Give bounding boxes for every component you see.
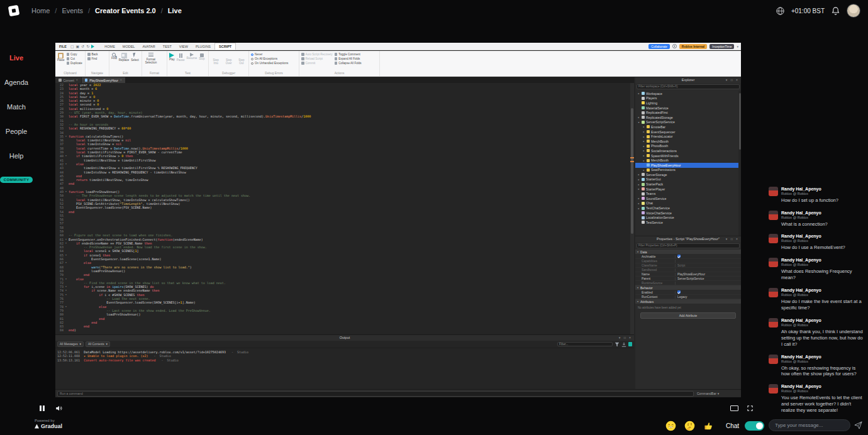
roblox-logo-icon[interactable]	[8, 5, 20, 17]
chat-message-input[interactable]	[769, 419, 850, 431]
explorer-item-lighting[interactable]: Lighting	[635, 101, 741, 106]
explorer-item-replicatedstorage[interactable]: ▸ReplicatedStorage	[635, 115, 741, 120]
ribbon-button-find[interactable]: Find	[111, 53, 117, 60]
document-tab-convert[interactable]: Convert×	[55, 77, 81, 83]
chat-toggle[interactable]	[745, 421, 764, 431]
ribbon-button-paste[interactable]: Paste	[57, 53, 65, 62]
property-classname[interactable]: ClassNameScript	[635, 263, 741, 268]
tree-expand-icon[interactable]: ▸	[637, 202, 640, 205]
explorer-item-workspace[interactable]: ▸Workspace	[635, 91, 741, 96]
ribbon-tab-home[interactable]: HOME	[101, 43, 119, 50]
property-name[interactable]: NamePlayShowEveryHour	[635, 272, 741, 277]
debug-errors-option-on-unhandled-exceptions[interactable]: On Unhandled Exceptions	[251, 62, 288, 65]
property-enabled[interactable]: Enabled	[635, 290, 741, 295]
close-icon[interactable]: ×	[120, 79, 122, 82]
ribbon-tab-plugins[interactable]: PLUGINS	[192, 43, 214, 50]
tree-expand-icon[interactable]: ▸	[642, 154, 645, 157]
tree-expand-icon[interactable]: ▸	[637, 197, 640, 200]
property-sandboxed[interactable]: Sandboxed	[635, 268, 741, 272]
fullscreen-button[interactable]	[747, 405, 754, 412]
explorer-item-serverscriptservice[interactable]: ▾ServerScriptService	[635, 120, 741, 125]
breadcrumb-item-home[interactable]: Home	[31, 7, 50, 14]
checkbox-checked-icon[interactable]	[677, 290, 681, 294]
tree-expand-icon[interactable]: ▸	[642, 168, 645, 172]
tree-expand-icon[interactable]: ▸	[642, 145, 645, 148]
explorer-item-photobooth[interactable]: ▸PhotoBooth	[635, 144, 741, 149]
explorer-item-socialinteractions[interactable]: ▸SocialInteractions	[635, 148, 741, 153]
explorer-item-soundservice[interactable]: ▸SoundService	[635, 196, 741, 201]
explorer-item-materialservice[interactable]: MaterialService	[635, 106, 741, 111]
checkbox-checked-icon[interactable]	[677, 255, 681, 258]
explorer-item-merchbooth[interactable]: ▸MerchBooth	[635, 139, 741, 144]
explorer-item-eventsequencer[interactable]: ▸EventSequencer	[635, 129, 741, 135]
volume-button[interactable]	[55, 404, 63, 412]
editor-scrollbar-thumb[interactable]	[631, 108, 633, 234]
ribbon-button-step-over[interactable]: Step Over	[223, 53, 234, 65]
nav-item-agenda[interactable]: Agenda	[4, 79, 28, 86]
explorer-title-bar[interactable]: Explorer ▾ □ ×	[635, 77, 741, 83]
explorer-scrollbar[interactable]	[738, 91, 741, 236]
explorer-filter-input[interactable]: Filter workspace (Ctrl+Shift+X)	[637, 84, 740, 89]
nav-item-live[interactable]: Live	[9, 54, 23, 62]
explorer-item-voicechatservice[interactable]: VoiceChatService	[635, 211, 741, 216]
tree-expand-icon[interactable]: ▸	[642, 125, 645, 128]
breadcrumb-item-creator-events-2-0[interactable]: Creator Events 2.0	[95, 7, 156, 14]
script-editor[interactable]: 22local year = 202223local month = 624lo…	[55, 83, 630, 334]
send-message-button[interactable]	[854, 421, 863, 430]
ribbon-button-select[interactable]: Select	[131, 53, 139, 62]
command-bar-input[interactable]: Run a command	[57, 391, 694, 397]
ribbon-action-toggle-comment[interactable]: Toggle Comment	[335, 53, 362, 56]
quick-undo-icon[interactable]: ↺	[81, 44, 84, 48]
property-runcontext[interactable]: RunContextLegacy	[635, 295, 741, 299]
tree-expand-icon[interactable]: ▸	[637, 183, 640, 186]
tree-expand-icon[interactable]: ▾	[637, 121, 640, 124]
quick-access-toolbar[interactable]: ▢▣↺↻	[70, 44, 94, 48]
theater-mode-button[interactable]	[730, 405, 738, 411]
editor-scrollbar[interactable]	[630, 83, 634, 334]
quick-redo-icon[interactable]: ↻	[86, 44, 89, 48]
code-line[interactable]: 84end)	[55, 328, 630, 332]
breadcrumb-item-events[interactable]: Events	[62, 7, 83, 14]
ribbon-button-play[interactable]: Play	[169, 53, 175, 62]
quick-new-icon[interactable]: ▢	[70, 44, 74, 48]
ribbon-button-step-into[interactable]: Step Into	[211, 53, 221, 65]
output-filter-input[interactable]: Filter...	[557, 342, 613, 347]
tree-expand-icon[interactable]: ▸	[642, 130, 645, 133]
explorer-item-teams[interactable]: Teams	[635, 191, 741, 196]
tree-expand-icon[interactable]: ▸	[642, 159, 645, 162]
panel-window-icons[interactable]: ▾ □ ×	[619, 335, 632, 341]
gradual-brand[interactable]: Gradual	[35, 423, 62, 429]
ribbon-collapse-icon[interactable]: ▾	[737, 45, 738, 48]
ribbon-button-stop[interactable]: Stop	[199, 53, 204, 61]
properties-filter-input[interactable]: Filter Properties (Ctrl+Shift+P)	[637, 243, 740, 248]
explorer-item-chat[interactable]: ▸Chat	[635, 201, 741, 206]
close-icon[interactable]: ×	[76, 79, 78, 82]
explorer-item-merchbooth[interactable]: ▸MerchBooth	[635, 158, 741, 163]
download-icon[interactable]	[621, 342, 626, 347]
emoji-laugh-button[interactable]	[665, 421, 676, 431]
ribbon-tab-script[interactable]: SCRIPT	[214, 43, 236, 50]
panel-window-icons[interactable]: ▾ □ ×	[726, 236, 739, 242]
emoji-thinking-button[interactable]	[684, 421, 695, 431]
property-archivable[interactable]: Archivable	[635, 255, 741, 259]
explorer-item-friendslocator[interactable]: ▸FriendsLocator	[635, 134, 741, 139]
ribbon-button-pause[interactable]: Pause	[177, 53, 185, 62]
user-avatar[interactable]	[847, 4, 860, 18]
fold-arrow-icon[interactable]	[64, 328, 69, 332]
ribbon-button-find[interactable]: Find	[87, 57, 98, 60]
ribbon-button-duplicate[interactable]: Duplicate	[67, 62, 82, 65]
debug-errors-option-on-all-exceptions[interactable]: On All Exceptions	[251, 57, 288, 60]
community-badge[interactable]: COMMUNITY	[0, 177, 33, 183]
ribbon-tab-model[interactable]: MODEL	[119, 43, 139, 50]
tree-expand-icon[interactable]: ▸	[642, 135, 645, 138]
ribbon-button-back[interactable]: Back	[87, 53, 98, 56]
ribbon-button-step-out[interactable]: Step Out	[236, 53, 247, 65]
emoji-thumbs-up-button[interactable]	[703, 421, 714, 431]
command-bar-selector[interactable]: CommandBar▾	[697, 392, 719, 395]
funnel-icon[interactable]	[615, 342, 620, 347]
ribbon-button-copy[interactable]: Copy	[67, 53, 82, 56]
quick-play-icon[interactable]	[91, 45, 94, 48]
explorer-item-starterpack[interactable]: ▸StarterPack	[635, 182, 741, 187]
property-runtimesource[interactable]: RuntimeSource	[635, 281, 741, 285]
ribbon-action-auto-script-recovery[interactable]: Auto Script Recovery	[301, 53, 333, 56]
